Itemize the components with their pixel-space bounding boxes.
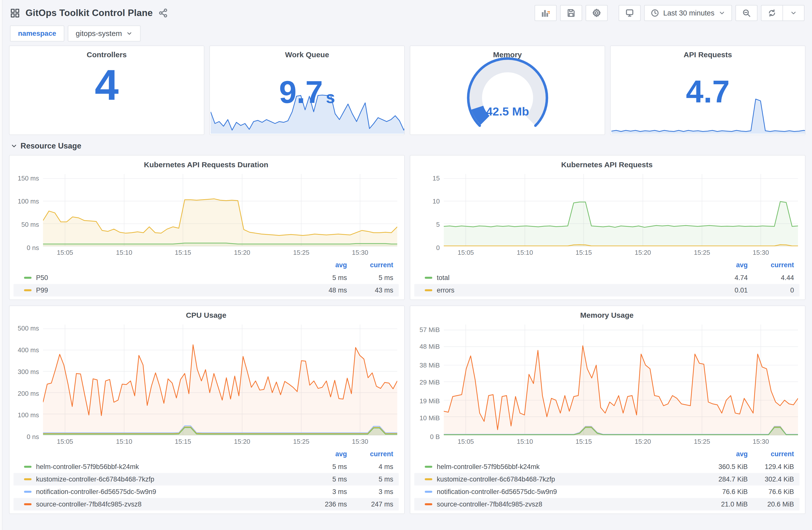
legend-series-name: notification-controller-6d56575dc-5w9n9 [36, 488, 156, 496]
legend-current-value: 43 ms [347, 286, 393, 294]
y-axis-tick-label: 10 MiB [413, 414, 440, 422]
y-axis-tick-label: 150 ms [13, 174, 39, 182]
panel-title[interactable]: API Requests [611, 46, 805, 59]
legend-avg-value: 284.7 KiB [705, 475, 748, 483]
save-dashboard-button[interactable] [560, 5, 582, 21]
legend-series-toggle[interactable]: P50 [24, 274, 304, 282]
x-axis-tick-label: 15:15 [175, 438, 191, 445]
legend-sort-current[interactable]: current [347, 450, 393, 458]
y-axis-tick-label: 0 ns [13, 433, 39, 441]
dashboard-settings-button[interactable] [585, 5, 608, 21]
legend-series-toggle[interactable]: source-controller-7fb84fc985-zvsz8 [24, 501, 304, 508]
dashboard-title[interactable]: GitOps Toolkit Control Plane [26, 8, 153, 18]
panel-title[interactable]: Work Queue [210, 46, 404, 59]
x-axis-tick-label: 15:25 [694, 438, 710, 445]
series-color-dash [425, 503, 432, 505]
legend-series-name: source-controller-7fb84fc985-zvsz8 [36, 501, 142, 508]
legend-current-value: 5 ms [347, 475, 393, 483]
legend-series-toggle[interactable]: notification-controller-6d56575dc-5w9n9 [425, 488, 705, 496]
y-axis-tick-label: 29 MiB [413, 379, 440, 386]
chevron-down-icon [719, 10, 725, 16]
panel-title[interactable]: CPU Usage [13, 309, 400, 323]
legend-avg-value: 236 ms [304, 501, 347, 508]
legend-sort-avg[interactable]: avg [304, 450, 347, 458]
legend-series-toggle[interactable]: total [425, 274, 705, 282]
series-color-dash [425, 289, 432, 291]
legend-sort-avg[interactable]: avg [304, 261, 347, 269]
legend-series-name: errors [437, 286, 454, 294]
legend-series-toggle[interactable]: source-controller-7fb84fc985-zvsz8 [425, 501, 705, 508]
chart-canvas-memory-usage[interactable] [444, 324, 798, 435]
variable-label-namespace[interactable]: namespace [10, 26, 64, 42]
variable-value-dropdown[interactable]: gitops-system [68, 26, 141, 42]
x-axis-tick-label: 15:05 [458, 249, 474, 256]
legend-avg-value: 5 ms [304, 475, 347, 483]
legend-header: avgcurrent [14, 260, 399, 271]
panel-memory: Memory 42.5 Mb [410, 45, 605, 135]
series-color-dash [24, 289, 31, 291]
time-range-label: Last 30 minutes [663, 9, 714, 17]
legend-series-toggle[interactable]: P99 [24, 286, 304, 294]
y-axis-tick-label: 48 MiB [413, 343, 440, 351]
legend-row: kustomize-controller-6c6784b468-7kzfp284… [414, 473, 799, 486]
charts-row-1: Kubernetes API Requests Duration0 ns50 m… [9, 155, 806, 300]
panel-title[interactable]: Kubernetes API Requests [413, 159, 800, 172]
legend-sort-current[interactable]: current [347, 261, 393, 269]
legend-sort-current[interactable]: current [748, 261, 794, 269]
legend-avg-value: 3 ms [304, 488, 347, 496]
y-axis-tick-label: 10 [413, 197, 440, 205]
x-axis-tick-label: 15:05 [57, 438, 73, 445]
y-axis-tick-label: 5 [413, 221, 440, 229]
legend-series-toggle[interactable]: notification-controller-6d56575dc-5w9n9 [24, 488, 304, 496]
series-line-total [444, 202, 798, 227]
memory-gauge-value: 42.5 Mb [486, 105, 529, 118]
legend-series-toggle[interactable]: errors [425, 286, 705, 294]
legend-series-name: helm-controller-57f9b56bbf-k24mk [437, 463, 540, 471]
legend: avgcurrenthelm-controller-57f9b56bbf-k24… [14, 449, 399, 511]
legend-current-value: 3 ms [347, 488, 393, 496]
legend-current-value: 129.4 KiB [748, 463, 794, 471]
apps-grid-icon[interactable] [10, 8, 20, 18]
x-axis-tick-label: 15:05 [458, 438, 474, 445]
y-axis-tick-label: 100 ms [13, 197, 39, 205]
row-resource-usage[interactable]: Resource Usage [9, 135, 806, 155]
legend-header: avgcurrent [414, 449, 799, 460]
add-panel-button[interactable] [535, 5, 556, 21]
legend-current-value: 76.6 KiB [748, 488, 794, 496]
y-axis-tick-label: 19 MiB [413, 397, 440, 405]
panel-title[interactable]: Controllers [10, 46, 204, 59]
refresh-button[interactable] [762, 5, 782, 20]
legend-sort-avg[interactable]: avg [705, 261, 748, 269]
grafana-dashboard-page: GitOps Toolkit Control Plane [0, 0, 812, 514]
legend-series-toggle[interactable]: helm-controller-57f9b56bbf-k24mk [425, 463, 705, 471]
legend-series-name: total [437, 274, 450, 282]
save-dashboard-icon [567, 9, 576, 17]
legend-avg-value: 4.74 [705, 274, 748, 282]
legend-series-toggle[interactable]: helm-controller-57f9b56bbf-k24mk [24, 463, 304, 471]
y-axis-tick-label: 0 B [413, 433, 440, 441]
x-axis: 15:0515:1015:1515:2015:2515:30 [43, 247, 397, 258]
chart-canvas-kubernetes-api-requests-duration[interactable] [43, 174, 397, 246]
chart-canvas-kubernetes-api-requests[interactable] [444, 174, 798, 246]
api-requests-sparkline [611, 96, 806, 134]
legend-sort-avg[interactable]: avg [705, 450, 748, 458]
zoom-out-button[interactable] [736, 5, 757, 21]
legend-series-toggle[interactable]: kustomize-controller-6c6784b468-7kzfp [24, 475, 304, 483]
legend-current-value: 0 [748, 286, 794, 294]
cycle-view-button[interactable] [619, 5, 641, 21]
share-icon[interactable] [158, 8, 168, 18]
legend-row: helm-controller-57f9b56bbf-k24mk5 ms4 ms [14, 460, 399, 473]
time-range-picker[interactable]: Last 30 minutes [644, 5, 732, 21]
legend-series-toggle[interactable]: kustomize-controller-6c6784b468-7kzfp [425, 475, 705, 483]
legend-current-value: 4.44 [748, 274, 794, 282]
legend-sort-current[interactable]: current [748, 450, 794, 458]
panel-title[interactable]: Kubernetes API Requests Duration [13, 159, 400, 172]
panel-title[interactable]: Memory Usage [413, 309, 800, 323]
refresh-interval-picker[interactable] [783, 5, 804, 20]
series-color-dash [425, 478, 432, 480]
x-axis: 15:0515:1015:1515:2015:2515:30 [43, 436, 397, 447]
x-axis-tick-label: 15:25 [293, 438, 309, 445]
chart-canvas-cpu-usage[interactable] [43, 324, 397, 435]
refresh-button-group [761, 5, 804, 21]
memory-gauge: 42.5 Mb [410, 58, 605, 133]
